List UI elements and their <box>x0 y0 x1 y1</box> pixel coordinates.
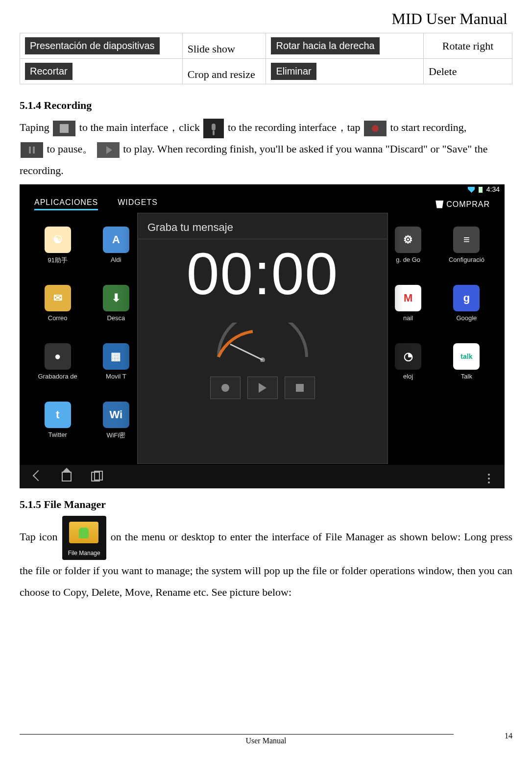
app-icon[interactable]: talkTalk <box>438 343 495 398</box>
tab-apps[interactable]: APLICACIONES <box>34 198 98 210</box>
recorder-screenshot: 4:34 APLICACIONES WIDGETS COMPRAR ☯91助手A… <box>20 184 505 488</box>
nav-home-icon[interactable] <box>62 472 72 481</box>
play-icon <box>97 142 120 158</box>
recorder-dialog: Graba tu mensaje 00:00 <box>137 213 388 464</box>
text-frag: to pause。 <box>47 143 94 155</box>
rotate-right-button: Rotar hacia la derecha <box>271 37 379 54</box>
app-glyph-icon: ⬇ <box>103 285 129 311</box>
recorder-timer: 00:00 <box>138 244 387 303</box>
text-frag: to the main interface，click <box>79 121 203 133</box>
gallery-actions-table: Presentación de diapositivas Slide show … <box>20 33 512 84</box>
app-icon <box>380 402 436 456</box>
recorder-stop-button[interactable] <box>285 377 315 399</box>
text-frag: to start recording, <box>390 121 467 133</box>
app-label: Correo <box>48 314 68 322</box>
app-glyph-icon: ≡ <box>453 227 480 253</box>
status-bar: 4:34 <box>468 185 500 193</box>
nav-recent-icon[interactable] <box>91 472 100 481</box>
app-icon[interactable]: gGoogle <box>438 285 495 339</box>
app-label: Talk <box>461 373 472 380</box>
recorder-play-button[interactable] <box>247 377 278 399</box>
app-icon[interactable]: ▦Movil T <box>88 343 144 398</box>
section-514-text: Taping to the main interface，click to th… <box>20 117 512 181</box>
status-time: 4:34 <box>486 185 500 193</box>
app-icon[interactable]: ◔eloj <box>380 343 436 398</box>
section-515-heading: 5.1.5 File Manager <box>20 498 512 511</box>
crop-button: Recortar <box>25 63 73 80</box>
app-label: Desca <box>107 314 125 322</box>
app-label: Google <box>456 314 477 322</box>
app-icon[interactable]: Mnail <box>380 285 436 339</box>
text-frag: Tap icon <box>20 531 58 543</box>
svg-line-1 <box>230 344 263 360</box>
delete-label: Delete <box>424 59 512 84</box>
system-navbar <box>20 465 505 488</box>
tab-widgets[interactable]: WIDGETS <box>118 198 158 210</box>
app-icon[interactable]: ≡Configuració <box>438 227 495 281</box>
recorder-app-icon <box>203 119 224 138</box>
app-glyph-icon: A <box>103 227 129 253</box>
app-glyph-icon: M <box>395 285 421 311</box>
shop-icon <box>435 201 443 208</box>
app-glyph-icon: ⚙ <box>395 227 421 253</box>
app-label: Configuració <box>449 256 484 263</box>
recorder-vu-meter <box>209 323 316 362</box>
file-manager-app-icon: File Manage <box>62 516 106 560</box>
footer-center: User Manual <box>245 736 286 745</box>
app-glyph-icon: ◔ <box>395 343 421 370</box>
app-label: Aldi <box>111 256 121 263</box>
play-triangle-icon <box>259 383 266 393</box>
nav-back-icon[interactable] <box>33 470 44 481</box>
rotate-right-label: Rotate right <box>424 33 512 59</box>
app-glyph-icon: talk <box>453 343 480 370</box>
app-icon[interactable]: ☯91助手 <box>29 227 86 281</box>
stop-square-icon <box>296 384 304 392</box>
app-label: WiFi密 <box>106 431 125 440</box>
app-label: Movil T <box>106 373 126 380</box>
pause-icon <box>21 142 43 158</box>
shop-label: COMPRAR <box>446 200 490 209</box>
app-icon[interactable]: ●Grabadora de <box>29 343 86 398</box>
app-icon[interactable]: ⬇Desca <box>88 285 144 339</box>
app-icon[interactable]: tTwitter <box>29 402 86 456</box>
app-label: Grabadora de <box>38 373 77 380</box>
slideshow-label: Slide show <box>182 33 266 59</box>
app-glyph-icon <box>453 402 480 428</box>
page-header-title: MID User Manual <box>20 10 512 28</box>
app-icon[interactable]: WiWiFi密 <box>88 402 144 456</box>
app-label: Twitter <box>48 431 67 438</box>
page-footer: User Manual 14 <box>20 734 512 745</box>
text-frag: Taping <box>20 121 49 133</box>
page-number: 14 <box>505 732 512 740</box>
circle-icon <box>221 384 229 392</box>
app-glyph-icon: t <box>45 402 71 428</box>
record-icon <box>364 121 387 136</box>
crop-label: Crop and resize <box>182 59 266 84</box>
app-icon[interactable]: ⚙g. de Go <box>380 227 436 281</box>
app-glyph-icon: ✉ <box>45 285 71 311</box>
text-frag: to the recording interface，tap <box>228 121 361 133</box>
app-label: 91助手 <box>48 256 67 265</box>
app-icon <box>438 402 495 456</box>
recorder-record-button[interactable] <box>210 377 241 399</box>
nav-menu-icon[interactable] <box>488 478 490 480</box>
app-label: nail <box>403 314 413 322</box>
app-glyph-icon: g <box>453 285 480 311</box>
app-glyph-icon: ▦ <box>103 343 129 370</box>
app-glyph-icon <box>395 402 421 428</box>
app-glyph-icon: ● <box>45 343 71 370</box>
app-icon[interactable]: ✉Correo <box>29 285 86 339</box>
shop-link[interactable]: COMPRAR <box>435 198 490 210</box>
apps-grid-icon <box>53 121 75 136</box>
app-icon[interactable]: AAldi <box>88 227 144 281</box>
slideshow-button: Presentación de diapositivas <box>25 37 160 54</box>
recorder-dialog-title: Graba tu mensaje <box>138 213 387 239</box>
app-drawer-topbar: APLICACIONES WIDGETS COMPRAR <box>20 198 505 210</box>
section-514-heading: 5.1.4 Recording <box>20 99 512 112</box>
file-manager-label: File Manage <box>62 547 106 559</box>
android-icon <box>79 528 89 538</box>
delete-button: Eliminar <box>271 63 316 80</box>
app-label: eloj <box>403 373 413 380</box>
app-glyph-icon: Wi <box>103 402 129 428</box>
battery-icon <box>479 187 483 193</box>
